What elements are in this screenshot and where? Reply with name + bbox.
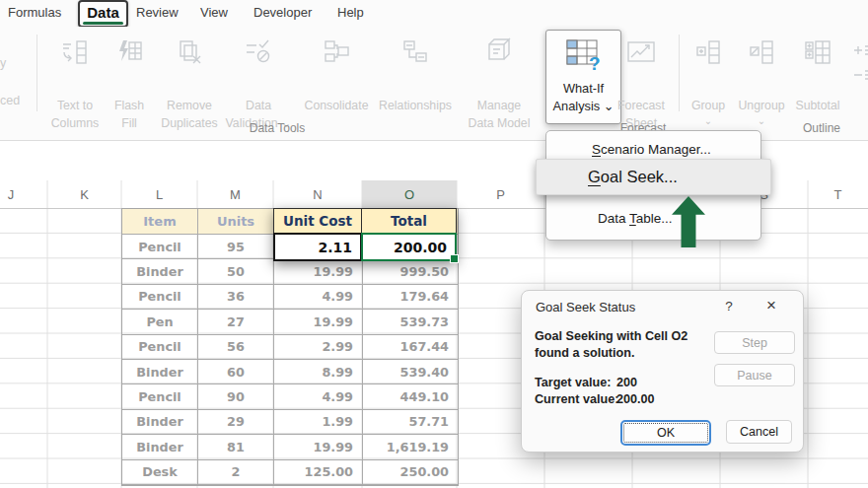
flash-fill-button[interactable]: Flash [114,100,144,111]
cell-item[interactable]: Desk [122,460,198,485]
text-to-columns-button-line2[interactable]: Columns [51,117,100,129]
group-separator [679,35,680,111]
cell-units[interactable]: 81 [198,435,274,459]
cell-cost[interactable]: 8.99 [274,360,363,384]
cell-total[interactable]: 250.00 [363,460,458,485]
ungroup-button[interactable]: Ungroup [738,100,784,111]
cell-O2-selected[interactable]: 200.00 [361,233,457,261]
group-button[interactable]: Group [691,100,725,111]
cell-cost[interactable]: 19.99 [274,435,363,459]
dialog-close-icon[interactable]: × [760,296,782,315]
fill-handle[interactable] [450,254,459,263]
cell-units[interactable]: 60 [198,360,274,384]
relationships-button[interactable]: Relationships [379,100,452,111]
cell-units[interactable]: 2 [198,460,274,485]
column-header-M[interactable]: M [197,180,273,208]
menu-text: oal Seek... [601,168,678,186]
ok-button[interactable]: OK [620,420,711,446]
step-button[interactable]: Step [714,331,795,354]
accelerator: G [588,168,601,186]
cell-item[interactable]: Pencil [122,235,198,259]
cell-cost[interactable]: 19.99 [274,259,363,284]
pause-button[interactable]: Pause [714,364,795,386]
cell-total[interactable]: 539.73 [363,310,458,334]
column-header-T[interactable]: T [808,180,868,208]
cell-item[interactable]: Pen [122,310,198,334]
cancel-button[interactable]: Cancel [726,420,792,444]
tab-view[interactable]: View [200,5,228,20]
total-header-cell[interactable]: Total [361,208,457,234]
text-to-columns-button[interactable]: Text to [57,100,93,111]
subtotal-button[interactable]: Subtotal [795,100,839,111]
cell-cost[interactable]: 4.99 [274,384,363,409]
cell-units[interactable]: 95 [198,235,274,259]
cell-units[interactable]: 27 [198,310,274,334]
tab-review[interactable]: Review [136,5,179,20]
cell-N2-unit-cost[interactable]: 2.11 [273,233,362,261]
advanced-button-fragment[interactable]: ced [0,94,20,107]
cell-item[interactable]: Binder [122,410,198,435]
cell-cost[interactable]: 2.99 [274,335,363,360]
cell-total[interactable]: 167.44 [363,335,458,360]
menu-item-goal-seek[interactable]: Goal Seek... [536,159,771,195]
cell-item[interactable]: Pencil [122,384,198,409]
table-header-item[interactable]: Item [122,209,198,235]
tab-data[interactable]: Data [78,0,128,28]
cell-units[interactable]: 50 [198,259,274,284]
unit-cost-header-cell[interactable]: Unit Cost [273,208,362,234]
cell-total[interactable]: 449.10 [363,384,458,409]
column-header-N[interactable]: N [273,180,362,208]
group-separator [36,35,37,111]
consolidate-button[interactable]: Consolidate [305,100,369,111]
what-if-analysis-icon: ? [565,38,603,76]
ungroup-dropdown-caret[interactable]: ⌄ [758,116,765,126]
flash-fill-button-line2[interactable]: Fill [121,117,137,129]
what-if-analysis-button[interactable]: ? What-If Analysis ⌄ [545,30,621,124]
column-header-O-selected[interactable]: O [362,180,457,210]
cell-units[interactable]: 90 [198,384,274,409]
column-header-P[interactable]: P [457,180,544,208]
remove-duplicates-button-line2[interactable]: Duplicates [161,117,217,129]
cell-total[interactable]: 1,619.19 [363,435,458,459]
manage-data-model-button[interactable]: Manage [477,100,521,111]
menu-text: cenario Manager... [601,142,711,157]
tab-formulas[interactable]: Formulas [8,5,61,20]
manage-data-model-button-line2[interactable]: Data Model [469,117,531,129]
cell-units[interactable]: 36 [198,285,274,310]
data-validation-button[interactable]: Data [246,100,271,111]
dialog-help-icon[interactable]: ? [720,299,738,314]
cell-total[interactable]: 57.71 [363,410,458,435]
cell-cost[interactable]: 4.99 [274,285,363,310]
cell-item[interactable]: Binder [122,360,198,384]
show-detail-icon[interactable] [852,42,868,60]
cell-item[interactable]: Binder [122,435,198,459]
remove-duplicates-button[interactable]: Remove [167,100,212,111]
column-header-L[interactable]: L [121,180,197,208]
relationships-icon [400,37,430,71]
column-header-J[interactable]: J [0,180,22,208]
cell-units[interactable]: 56 [198,335,274,360]
menu-item-data-table[interactable]: Data Table... [546,211,760,226]
group-dropdown-caret[interactable]: ⌄ [704,116,712,126]
remove-duplicates-icon [175,37,204,71]
column-header-K[interactable]: K [47,180,121,208]
reapply-button-fragment[interactable]: y [0,56,6,70]
cell-units[interactable]: 29 [198,410,274,435]
cell-cost[interactable]: 125.00 [274,460,363,485]
cell-item[interactable]: Pencil [122,335,198,360]
cell-item[interactable]: Pencil [122,285,198,310]
forecast-sheet-button[interactable]: Forecast [617,100,665,111]
cell-total[interactable]: 999.50 [363,259,458,284]
cell-total[interactable]: 179.64 [363,285,458,310]
dialog-title: Goal Seek Status [536,300,635,314]
menu-item-scenario-manager[interactable]: Scenario Manager... [546,142,760,157]
hide-detail-icon[interactable] [852,67,868,85]
tab-developer[interactable]: Developer [253,5,312,20]
cell-total[interactable]: 539.40 [363,360,458,384]
table-header-units[interactable]: Units [198,209,274,235]
cell-cost[interactable]: 1.99 [274,410,363,435]
cell-item[interactable]: Binder [122,259,198,284]
menu-text: Data [598,211,629,226]
tab-help[interactable]: Help [337,5,364,20]
cell-cost[interactable]: 19.99 [274,310,363,334]
